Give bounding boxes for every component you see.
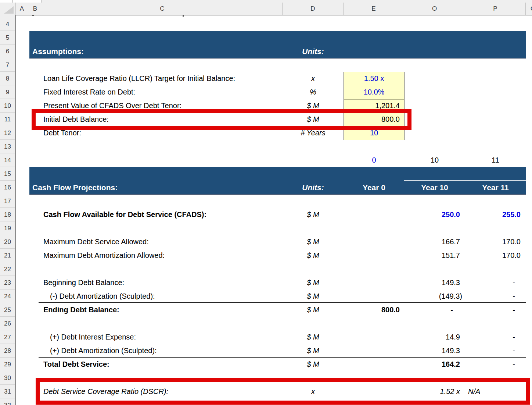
ending-debt-balance-year10-cell[interactable]: - bbox=[404, 303, 465, 317]
year10-header-cell[interactable]: Year 10 bbox=[404, 181, 465, 194]
year11-header-cell[interactable]: Year 11 bbox=[465, 181, 526, 194]
ending-debt-balance-year11-cell[interactable]: - bbox=[465, 303, 526, 317]
max-debt-amortization-year11-cell[interactable]: 170.0 bbox=[465, 249, 526, 262]
row-header-4[interactable]: 4 bbox=[0, 17, 15, 31]
year10-number-cell[interactable]: 10 bbox=[404, 153, 465, 167]
interest-rate-value-cell[interactable]: 10.0% bbox=[344, 85, 405, 99]
row-header-15[interactable]: 15 bbox=[0, 167, 15, 181]
pv-cfads-value-cell[interactable]: 1,201.4 bbox=[344, 99, 405, 113]
row-header-8[interactable]: 8 bbox=[0, 72, 15, 85]
column-header-A[interactable]: A bbox=[16, 3, 28, 15]
llcr-unit-cell[interactable]: x bbox=[283, 72, 344, 85]
debt-amortization-minus-year11-cell[interactable]: - bbox=[465, 289, 526, 303]
debt-amortization-minus-year10-cell[interactable]: (149.3) bbox=[404, 289, 465, 303]
max-debt-service-year11-cell[interactable]: 170.0 bbox=[465, 235, 526, 249]
year0-header-cell[interactable]: Year 0 bbox=[344, 181, 405, 194]
row-header-6[interactable]: 6 bbox=[0, 45, 15, 58]
row-header-13[interactable]: 13 bbox=[0, 140, 15, 153]
row-header-9[interactable]: 9 bbox=[0, 85, 15, 99]
interest-rate-label-cell[interactable]: Fixed Interest Rate on Debt: bbox=[43, 85, 135, 99]
max-debt-service-label-cell[interactable]: Maximum Debt Service Allowed: bbox=[43, 235, 149, 249]
total-debt-service-label-cell[interactable]: Total Debt Service: bbox=[43, 358, 109, 371]
max-debt-service-year10-cell[interactable]: 166.7 bbox=[404, 235, 465, 249]
row-header-26[interactable]: 26 bbox=[0, 317, 15, 330]
llcr-value-cell[interactable]: 1.50 x bbox=[344, 72, 405, 85]
row-header-32[interactable]: 32 bbox=[0, 398, 15, 405]
row-header-27[interactable]: 27 bbox=[0, 330, 15, 344]
year0-number-cell[interactable]: 0 bbox=[344, 153, 405, 167]
row-header-30[interactable]: 30 bbox=[0, 371, 15, 385]
column-header-E[interactable]: E bbox=[344, 3, 404, 15]
assumptions-units-header-cell[interactable]: Units: bbox=[283, 45, 344, 58]
ending-debt-balance-year0-cell[interactable]: 800.0 bbox=[344, 303, 405, 317]
row-header-23[interactable]: 23 bbox=[0, 276, 15, 289]
max-debt-amortization-unit-cell[interactable]: $ M bbox=[283, 249, 344, 262]
row-header-31[interactable]: 31 bbox=[0, 385, 15, 398]
cfads-year10-cell[interactable]: 250.0 bbox=[404, 208, 465, 221]
row-header-11[interactable]: 11 bbox=[0, 113, 15, 126]
column-header-B[interactable]: B bbox=[28, 3, 42, 15]
row-header-16[interactable]: 16 bbox=[0, 181, 15, 194]
total-debt-service-year11-cell[interactable]: - bbox=[465, 358, 526, 371]
column-header-P[interactable]: P bbox=[465, 3, 526, 15]
beginning-debt-balance-year11-cell[interactable]: - bbox=[465, 276, 526, 289]
row-header-22[interactable]: 22 bbox=[0, 262, 15, 276]
row-header-20[interactable]: 20 bbox=[0, 235, 15, 249]
initial-debt-balance-unit-cell[interactable]: $ M bbox=[283, 113, 344, 126]
debt-interest-expense-unit-cell[interactable]: $ M bbox=[283, 330, 344, 344]
row-header-10[interactable]: 10 bbox=[0, 99, 15, 113]
max-debt-amortization-year10-cell[interactable]: 151.7 bbox=[404, 249, 465, 262]
cfads-unit-cell[interactable]: $ M bbox=[283, 208, 344, 221]
column-header-O[interactable]: O bbox=[404, 3, 465, 15]
row-header-21[interactable]: 21 bbox=[0, 249, 15, 262]
initial-debt-balance-label-cell[interactable]: Initial Debt Balance: bbox=[43, 113, 109, 126]
year11-number-cell[interactable]: 11 bbox=[465, 153, 526, 167]
debt-tenor-unit-cell[interactable]: # Years bbox=[283, 126, 344, 140]
beginning-debt-balance-label-cell[interactable]: Beginning Debt Balance: bbox=[43, 276, 124, 289]
row-header-19[interactable]: 19 bbox=[0, 221, 15, 235]
ending-debt-balance-label-cell[interactable]: Ending Debt Balance: bbox=[43, 303, 119, 317]
row-header-14[interactable]: 14 bbox=[0, 153, 15, 167]
interest-rate-unit-cell[interactable]: % bbox=[283, 85, 344, 99]
projections-title-cell[interactable]: Cash Flow Projections: bbox=[32, 181, 118, 194]
row-header-7[interactable]: 7 bbox=[0, 58, 15, 72]
debt-amortization-minus-unit-cell[interactable]: $ M bbox=[283, 289, 344, 303]
debt-amortization-plus-label-cell[interactable]: (+) Debt Amortization (Sculpted): bbox=[50, 344, 157, 358]
dscr-label-cell[interactable]: Debt Service Coverage Ratio (DSCR): bbox=[43, 385, 168, 398]
row-header-5[interactable]: 5 bbox=[0, 31, 15, 45]
debt-tenor-label-cell[interactable]: Debt Tenor: bbox=[43, 126, 81, 140]
debt-interest-expense-label-cell[interactable]: (+) Debt Interest Expense: bbox=[50, 330, 136, 344]
beginning-debt-balance-unit-cell[interactable]: $ M bbox=[283, 276, 344, 289]
debt-interest-expense-year10-cell[interactable]: 14.9 bbox=[404, 330, 465, 344]
pv-cfads-label-cell[interactable]: Present Value of CFADS Over Debt Tenor: bbox=[43, 99, 181, 113]
assumptions-title-cell[interactable]: Assumptions: bbox=[32, 45, 84, 58]
debt-amortization-plus-year11-cell[interactable]: - bbox=[465, 344, 526, 358]
debt-interest-expense-year11-cell[interactable]: - bbox=[465, 330, 526, 344]
row-header-24[interactable]: 24 bbox=[0, 289, 15, 303]
debt-amortization-minus-label-cell[interactable]: (-) Debt Amortization (Sculpted): bbox=[50, 289, 155, 303]
total-debt-service-unit-cell[interactable]: $ M bbox=[283, 358, 344, 371]
column-header-C[interactable]: C bbox=[42, 3, 283, 15]
debt-tenor-value-cell[interactable]: 10 bbox=[344, 126, 405, 140]
row-header-12[interactable]: 12 bbox=[0, 126, 15, 140]
cfads-year11-cell[interactable]: 255.0 bbox=[465, 208, 526, 221]
cfads-label-cell[interactable]: Cash Flow Available for Debt Service (CF… bbox=[43, 208, 206, 221]
row-header-25[interactable]: 25 bbox=[0, 303, 15, 317]
ending-debt-balance-unit-cell[interactable]: $ M bbox=[283, 303, 344, 317]
column-header-Q[interactable]: Q bbox=[526, 3, 532, 15]
llcr-label-cell[interactable]: Loan Life Coverage Ratio (LLCR) Target f… bbox=[43, 72, 235, 85]
row-header-28[interactable]: 28 bbox=[0, 344, 15, 358]
dscr-year11-cell[interactable]: N/A bbox=[465, 385, 526, 398]
row-header-17[interactable]: 17 bbox=[0, 194, 15, 208]
initial-debt-balance-value-cell[interactable]: 800.0 bbox=[344, 113, 405, 126]
projections-units-header-cell[interactable]: Units: bbox=[283, 181, 344, 194]
dscr-unit-cell[interactable]: x bbox=[283, 385, 344, 398]
row-header-18[interactable]: 18 bbox=[0, 208, 15, 221]
pv-cfads-unit-cell[interactable]: $ M bbox=[283, 99, 344, 113]
total-debt-service-year10-cell[interactable]: 164.2 bbox=[404, 358, 465, 371]
dscr-year10-cell[interactable]: 1.52 x bbox=[404, 385, 465, 398]
row-header-29[interactable]: 29 bbox=[0, 358, 15, 371]
select-all-button[interactable] bbox=[0, 3, 16, 15]
max-debt-service-unit-cell[interactable]: $ M bbox=[283, 235, 344, 249]
max-debt-amortization-label-cell[interactable]: Maximum Debt Amortization Allowed: bbox=[43, 249, 165, 262]
